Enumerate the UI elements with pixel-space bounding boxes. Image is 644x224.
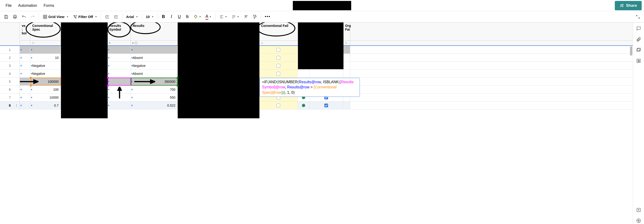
cell-r2-cf[interactable]: [259, 54, 298, 62]
toolbar: Grid View ▼ Filter Off ▼ Arial ▼ 10 ▼ B …: [0, 11, 644, 23]
cell-r8-convspec[interactable]: 0.7: [30, 101, 61, 109]
cell-r3-results[interactable]: Negative: [131, 62, 178, 69]
row-header-3[interactable]: 3: [0, 62, 20, 70]
font-size-label: 10: [146, 15, 150, 19]
cell-r6-rs[interactable]: [108, 86, 131, 93]
cell-r1-results[interactable]: [131, 46, 178, 54]
grid-view-selector[interactable]: Grid View ▼: [41, 15, 70, 19]
svg-point-1: [622, 4, 623, 5]
svg-rect-5: [44, 15, 47, 19]
col-header-results-symbol[interactable]: Results Symbol: [108, 23, 131, 41]
cell-r7-rs[interactable]: [108, 94, 131, 101]
cell-r2-convspec[interactable]: 10: [30, 54, 61, 62]
cell-r3-convspec[interactable]: Negative: [30, 62, 61, 69]
right-sidebar: B: [633, 23, 644, 224]
row-header-7[interactable]: 7: [0, 94, 20, 101]
row-header-6[interactable]: 6: [0, 86, 20, 94]
row-header-5[interactable]: 5: [0, 78, 20, 86]
cell-r8-cf[interactable]: [259, 101, 298, 109]
svg-rect-25: [32, 43, 34, 44]
cell-r4-convspec[interactable]: Negative: [30, 70, 61, 77]
redo-button[interactable]: [28, 13, 37, 21]
cell-r3-rs[interactable]: [108, 62, 131, 69]
spreadsheet-grid[interactable]: 1 2 3 4 5 6 7 8⋮ ve. : bol Conventional …: [0, 23, 633, 224]
expand-button[interactable]: [634, 13, 642, 21]
fill-color-button[interactable]: ▼: [192, 13, 203, 21]
menu-forms[interactable]: Forms: [40, 2, 58, 10]
svg-rect-4: [14, 17, 16, 19]
col-header-organic-fail[interactable]: Org Fai: [343, 23, 350, 41]
menu-automation[interactable]: Automation: [15, 2, 40, 10]
outdent-button[interactable]: [103, 13, 112, 21]
cell-r2-rs[interactable]: [108, 54, 131, 62]
activity-icon[interactable]: [635, 217, 642, 224]
strikethrough-button[interactable]: S: [184, 13, 191, 21]
menu-file[interactable]: File: [2, 2, 15, 10]
row-header-8[interactable]: 8⋮: [0, 101, 20, 109]
cell-r2-results[interactable]: Absent: [131, 54, 178, 62]
cell-r7-convspec[interactable]: 10000: [30, 94, 61, 101]
cell-r1-rs[interactable]: [108, 46, 131, 54]
share-label: Share: [626, 3, 637, 8]
cell-r1-cf[interactable]: [259, 46, 298, 54]
bold-button[interactable]: B: [160, 13, 167, 21]
text-color-button[interactable]: A▼: [204, 13, 214, 21]
row-header-2[interactable]: 2: [0, 54, 20, 62]
cell-r1-convspec[interactable]: [30, 46, 61, 54]
col-header-conventional-spec[interactable]: Conventional Spec: [30, 23, 61, 41]
cell-r5-results[interactable]: 260000: [131, 78, 178, 85]
redaction-block: [61, 23, 108, 118]
svg-rect-26: [261, 43, 263, 44]
save-button[interactable]: [2, 13, 10, 21]
svg-rect-34: [636, 49, 640, 52]
font-selector[interactable]: Arial ▼: [124, 15, 140, 19]
proofs-icon[interactable]: [635, 47, 642, 53]
brandfolder-icon[interactable]: B: [635, 58, 642, 64]
svg-rect-27: [345, 43, 347, 44]
align-button[interactable]: ▼: [218, 13, 229, 21]
cell-r8-rs[interactable]: [108, 101, 131, 109]
format-painter-button[interactable]: [250, 13, 259, 21]
filter-button[interactable]: Filter Off ▼: [71, 15, 99, 19]
cell-r8-results[interactable]: 0.522: [131, 101, 178, 109]
cell-r3-cf[interactable]: [259, 62, 298, 69]
undo-button[interactable]: [20, 13, 28, 21]
print-button[interactable]: [11, 13, 19, 21]
grid-view-label: Grid View: [48, 15, 64, 19]
redaction-block: [298, 23, 344, 69]
col-header-conventional-fail[interactable]: Conventional Fail: [259, 23, 298, 41]
font-size-selector[interactable]: 10 ▼: [144, 15, 156, 19]
italic-button[interactable]: I: [168, 13, 175, 21]
svg-rect-2: [14, 15, 16, 16]
col-header-partial[interactable]: ve. : bol: [20, 23, 30, 41]
row-header-1[interactable]: 1: [0, 46, 20, 54]
cell-r5-rs[interactable]: [108, 78, 131, 85]
wrap-button[interactable]: ▼: [230, 13, 241, 21]
row-header-4[interactable]: 4: [0, 70, 20, 78]
cell-r6-convspec[interactable]: 100: [30, 86, 61, 93]
svg-rect-24: [253, 15, 255, 16]
font-label: Arial: [126, 15, 134, 19]
cell-r4-rs[interactable]: [108, 70, 131, 77]
redacted-title: [293, 1, 351, 10]
formula-tooltip: =IF(AND(ISNUMBER(Results@row, ISBLANK([R…: [260, 78, 360, 97]
menu-bar: File Automation Forms Share: [0, 0, 644, 11]
cell-r5-convspec[interactable]: 100000: [30, 78, 61, 85]
row-headers: 1 2 3 4 5 6 7 8⋮: [0, 23, 20, 109]
more-button[interactable]: •••: [263, 13, 272, 21]
underline-button[interactable]: U: [176, 13, 183, 21]
redaction-block: [178, 23, 260, 118]
scrollbar-thumb[interactable]: [630, 46, 632, 56]
share-button[interactable]: Share: [615, 1, 642, 10]
comments-icon[interactable]: [635, 25, 642, 32]
svg-rect-35: [638, 48, 640, 51]
cell-r4-results[interactable]: Absent: [131, 70, 178, 77]
cell-r7-results[interactable]: 550: [131, 94, 178, 101]
cell-r4-cf[interactable]: [259, 70, 298, 77]
upload-icon[interactable]: [635, 207, 642, 213]
attachments-icon[interactable]: [635, 36, 642, 43]
col-header-results[interactable]: Results: [131, 23, 178, 41]
cell-r6-results[interactable]: 700: [131, 86, 178, 93]
indent-button[interactable]: [112, 13, 120, 21]
clear-format-button[interactable]: [242, 13, 250, 21]
